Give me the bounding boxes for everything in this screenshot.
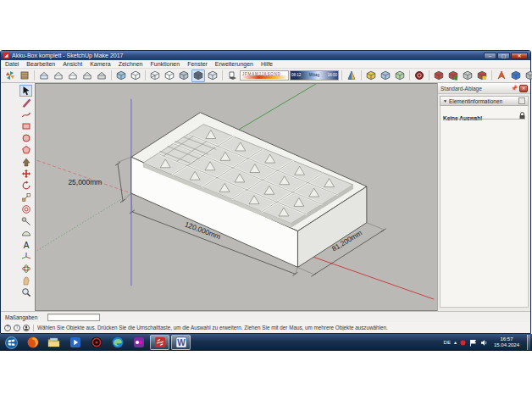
offset-tool[interactable] xyxy=(19,203,32,215)
menu-fenster[interactable]: Fenster xyxy=(187,61,208,67)
person-circle-icon[interactable] xyxy=(23,325,30,331)
cube-yellow-icon[interactable] xyxy=(364,69,378,82)
maximize-button[interactable]: ▢ xyxy=(497,53,510,59)
start-button[interactable] xyxy=(2,335,21,350)
back-view-icon[interactable] xyxy=(95,69,108,82)
arrow-cube-orange-icon[interactable] xyxy=(495,69,508,82)
scale-tool[interactable] xyxy=(19,192,32,203)
time-end-label: 16:00 xyxy=(328,74,337,78)
time-slider[interactable]: 08:12 Mittag 16:00 xyxy=(290,70,339,81)
entity-info-title: Elementinformationen xyxy=(449,98,502,104)
red-circle-icon[interactable] xyxy=(413,69,426,82)
text-tool[interactable]: A xyxy=(19,239,32,251)
lock-icon xyxy=(519,108,525,123)
menu-funktionen[interactable]: Funktionen xyxy=(150,61,180,67)
tapemeasure-tool[interactable] xyxy=(19,215,32,227)
taskbar-clock[interactable]: 16:57 15.04.2024 xyxy=(494,336,519,349)
entity-info-body: Keine Auswahl xyxy=(440,106,529,308)
hiddenline-cube-icon[interactable] xyxy=(163,69,176,82)
minimize-button[interactable]: – xyxy=(484,53,496,59)
menu-erweiterungen[interactable]: Erweiterungen xyxy=(215,61,253,67)
svg-text:W: W xyxy=(177,338,186,347)
redapp-icon[interactable] xyxy=(86,335,106,350)
pushpull-tool[interactable] xyxy=(19,156,32,168)
backedges-cube-icon[interactable] xyxy=(129,69,142,82)
close-button[interactable]: ✕ xyxy=(511,53,528,59)
screenshot-canvas: { "window": { "title": "Akku-Box komplet… xyxy=(0,0,532,400)
shadows-toggle-icon[interactable] xyxy=(225,69,239,82)
explorer-icon[interactable] xyxy=(44,335,64,350)
select-tool[interactable] xyxy=(19,85,32,97)
cube-red-green-icon[interactable] xyxy=(446,69,460,82)
cube-red-icon[interactable] xyxy=(432,69,446,82)
shaded-cube-icon[interactable] xyxy=(177,69,191,82)
menu-bearbeiten[interactable]: Bearbeiten xyxy=(26,61,55,67)
measurements-label: Maßangaben xyxy=(5,314,37,320)
help-circle-icon[interactable]: ? xyxy=(4,325,11,331)
tray-close-button[interactable]: ✕ xyxy=(519,85,528,92)
zoom-tool[interactable] xyxy=(19,286,32,298)
entity-info-section-header[interactable]: ▼ Elementinformationen xyxy=(440,96,529,106)
cone-icon[interactable] xyxy=(345,69,358,82)
wireframe-cube-icon[interactable] xyxy=(148,69,162,82)
menu-ansicht[interactable]: Ansicht xyxy=(63,61,82,67)
polygon-tool[interactable] xyxy=(19,144,32,156)
purpleapp-icon[interactable] xyxy=(129,335,148,350)
notification-dot-icon[interactable] xyxy=(460,340,466,346)
menu-kamera[interactable]: Kamera xyxy=(90,61,111,67)
action-center-flag-icon[interactable] xyxy=(469,339,477,347)
shaded-textures-cube-icon[interactable] xyxy=(191,69,205,82)
section-detach-button[interactable] xyxy=(518,97,525,104)
cube-blue-icon[interactable] xyxy=(379,69,392,82)
geo-circle-icon[interactable]: i xyxy=(14,325,20,331)
mediaplayer-icon[interactable] xyxy=(65,335,85,350)
cube-gray-icon[interactable] xyxy=(461,69,474,82)
monochrome-cube-icon[interactable] xyxy=(206,69,219,82)
top-view-icon[interactable] xyxy=(52,69,65,82)
right-view-icon[interactable] xyxy=(80,69,94,82)
pan-tool[interactable] xyxy=(19,275,32,286)
menu-hilfe[interactable]: Hilfe xyxy=(261,61,273,67)
front-view-icon[interactable] xyxy=(66,69,80,82)
rotate-tool[interactable] xyxy=(19,180,32,192)
hidden-icons-chevron[interactable]: ▴ xyxy=(454,340,457,345)
date-slider[interactable]: JFMAMJJASOND xyxy=(240,70,289,81)
cube-red-yellow-icon[interactable] xyxy=(475,69,489,82)
menu-zeichnen[interactable]: Zeichnen xyxy=(119,61,143,67)
arrow-cube-gray-icon[interactable] xyxy=(524,69,532,82)
edge-icon[interactable] xyxy=(108,335,127,350)
sketchup-icon[interactable] xyxy=(150,335,169,350)
window-title: Akku-Box komplett - SketchUp Make 2017 xyxy=(12,53,124,58)
rectangle-tool[interactable] xyxy=(19,120,32,132)
cube-green-icon[interactable] xyxy=(393,69,407,82)
model-canvas: 25,000mm 120,000mm 81,200mm xyxy=(36,84,437,310)
title-bar[interactable]: ◢ Akku-Box komplett - SketchUp Make 2017… xyxy=(1,51,530,60)
clock-date: 15.04.2024 xyxy=(494,342,519,349)
line-tool[interactable] xyxy=(19,97,32,108)
status-tip-text: Wählen Sie Objekte aus. Drücken Sie die … xyxy=(37,325,388,331)
axes-tool[interactable] xyxy=(19,251,32,263)
menu-datei[interactable]: Datei xyxy=(5,61,19,67)
circle-tool[interactable] xyxy=(19,132,32,144)
word-icon[interactable]: W xyxy=(171,335,191,350)
main-toolbar: JFMAMJJASOND 08:12 Mittag 16:00 xyxy=(1,69,530,83)
status-bar: ? i Wählen Sie Objekte aus. Drücken Sie … xyxy=(1,322,530,333)
measurements-input[interactable] xyxy=(47,314,100,321)
speaker-icon[interactable] xyxy=(480,339,488,347)
orbit-tool[interactable] xyxy=(19,263,32,275)
move-tool[interactable] xyxy=(19,168,32,180)
show-desktop-button[interactable] xyxy=(527,335,530,350)
date-gradient-band xyxy=(241,75,287,79)
pin-icon[interactable]: 📌 xyxy=(512,86,518,91)
iso-view-icon[interactable] xyxy=(37,69,51,82)
model-viewport[interactable]: 25,000mm 120,000mm 81,200mm xyxy=(35,83,438,311)
xray-cube-icon[interactable] xyxy=(114,69,128,82)
crate-icon[interactable] xyxy=(18,69,31,82)
firefox-icon[interactable] xyxy=(23,335,42,350)
measurements-bar: Maßangaben xyxy=(1,311,530,322)
language-indicator[interactable]: DE xyxy=(444,340,451,345)
pinwheel-icon[interactable] xyxy=(3,69,17,82)
freehand-tool[interactable] xyxy=(19,108,32,120)
arrow-cube-blue-icon[interactable] xyxy=(509,69,523,82)
protractor-tool[interactable] xyxy=(19,227,32,239)
